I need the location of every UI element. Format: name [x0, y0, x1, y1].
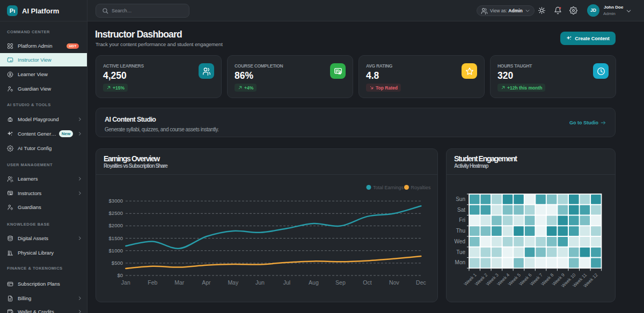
svg-text:Jan: Jan	[121, 279, 130, 286]
svg-text:Thu: Thu	[456, 228, 465, 234]
svg-text:May: May	[228, 279, 239, 286]
svg-text:Fri: Fri	[459, 217, 465, 223]
svg-text:$3000: $3000	[109, 198, 123, 204]
svg-text:$500: $500	[112, 260, 123, 266]
svg-text:Wed: Wed	[455, 239, 465, 244]
svg-text:Feb: Feb	[148, 279, 157, 286]
svg-text:Apr: Apr	[202, 279, 211, 286]
svg-text:Nov: Nov	[389, 279, 399, 286]
svg-text:Total Earnings: Total Earnings	[373, 185, 404, 190]
svg-text:Mon: Mon	[455, 259, 465, 265]
svg-text:Jul: Jul	[283, 279, 290, 286]
svg-text:Sat: Sat	[457, 207, 465, 213]
svg-text:Dec: Dec	[416, 279, 426, 286]
svg-text:Tue: Tue	[456, 249, 465, 255]
svg-text:Sun: Sun	[456, 196, 465, 202]
svg-text:$2000: $2000	[109, 222, 123, 228]
svg-text:Mar: Mar	[174, 279, 185, 286]
svg-text:$0: $0	[117, 272, 123, 278]
svg-text:$2500: $2500	[109, 210, 123, 216]
svg-text:Oct: Oct	[363, 279, 371, 286]
svg-text:Sep: Sep	[335, 279, 346, 286]
svg-text:Jun: Jun	[255, 279, 265, 286]
svg-text:Aug: Aug	[309, 279, 319, 286]
svg-text:$1500: $1500	[109, 235, 123, 241]
svg-text:$1000: $1000	[109, 248, 123, 254]
svg-text:Royalties: Royalties	[411, 185, 431, 190]
